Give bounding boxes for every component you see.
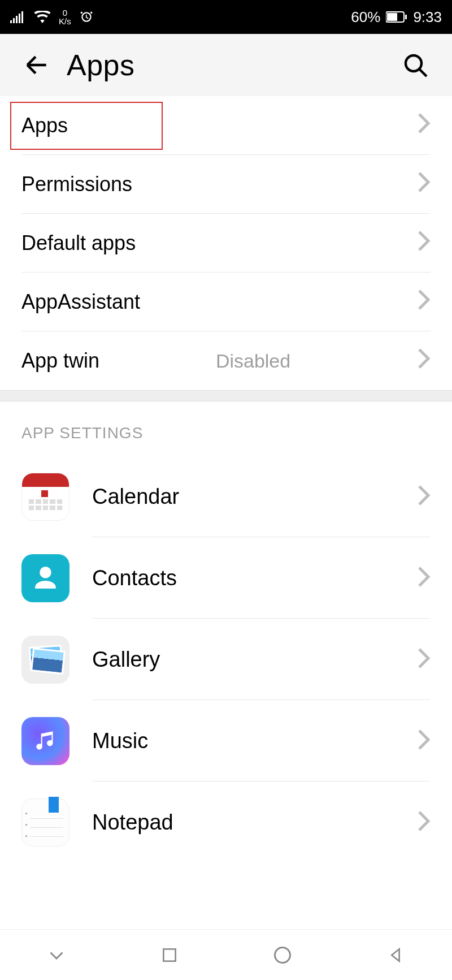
app-item-gallery[interactable]: Gallery bbox=[0, 619, 452, 700]
app-label: Notepad bbox=[92, 810, 173, 835]
group-header: APP SETTINGS bbox=[0, 402, 452, 456]
nav-home-button[interactable] bbox=[268, 941, 297, 969]
network-speed-value: 0 bbox=[63, 8, 67, 17]
content: Apps Permissions Default apps bbox=[0, 96, 452, 929]
notepad-icon bbox=[21, 798, 69, 847]
contacts-icon bbox=[21, 554, 69, 602]
chevron-right-icon bbox=[417, 288, 431, 316]
chevron-right-icon bbox=[417, 347, 431, 375]
apps-section: Calendar Contacts Gallery bbox=[0, 456, 452, 863]
calendar-icon bbox=[21, 473, 69, 521]
settings-section: Apps Permissions Default apps bbox=[0, 96, 452, 390]
svg-rect-0 bbox=[10, 20, 12, 23]
chevron-right-icon bbox=[417, 647, 431, 672]
chevron-right-icon bbox=[417, 112, 431, 140]
chevron-right-icon bbox=[417, 171, 431, 198]
app-item-music[interactable]: Music bbox=[0, 700, 452, 782]
alarm-icon bbox=[79, 10, 94, 24]
app-item-notepad[interactable]: Notepad bbox=[0, 782, 452, 863]
app-label: Gallery bbox=[92, 647, 160, 672]
menu-item-apps[interactable]: Apps bbox=[0, 96, 452, 155]
svg-rect-10 bbox=[163, 949, 175, 961]
svg-point-8 bbox=[406, 55, 421, 71]
status-right: 60% 9:33 bbox=[351, 8, 442, 26]
clock-time: 9:33 bbox=[413, 8, 442, 26]
search-button[interactable] bbox=[395, 45, 435, 85]
wifi-icon bbox=[34, 11, 51, 23]
network-speed-unit: K/s bbox=[59, 17, 71, 25]
nav-back-button[interactable] bbox=[381, 941, 410, 969]
menu-label: Permissions bbox=[21, 172, 132, 196]
navigation-bar bbox=[0, 929, 452, 980]
menu-item-permissions[interactable]: Permissions bbox=[0, 155, 452, 214]
battery-icon bbox=[386, 11, 407, 23]
music-icon bbox=[21, 717, 69, 765]
app-label: Music bbox=[92, 729, 148, 753]
svg-rect-6 bbox=[387, 13, 397, 21]
screen: 0 K/s 60% 9:33 Apps Ap bbox=[0, 0, 452, 980]
chevron-right-icon bbox=[417, 484, 431, 509]
menu-label: App twin bbox=[21, 349, 99, 373]
header: Apps bbox=[0, 34, 452, 96]
chevron-right-icon bbox=[417, 810, 431, 835]
chevron-right-icon bbox=[417, 565, 431, 590]
gallery-icon bbox=[21, 636, 69, 684]
menu-label: Apps bbox=[21, 114, 68, 137]
network-speed: 0 K/s bbox=[59, 8, 71, 25]
nav-hide-button[interactable] bbox=[42, 941, 71, 969]
app-label: Calendar bbox=[92, 485, 179, 509]
menu-value: Disabled bbox=[216, 350, 290, 372]
app-item-calendar[interactable]: Calendar bbox=[0, 456, 452, 537]
app-item-contacts[interactable]: Contacts bbox=[0, 537, 452, 619]
page-title: Apps bbox=[67, 48, 135, 82]
battery-percent: 60% bbox=[351, 8, 380, 26]
svg-point-11 bbox=[275, 947, 290, 962]
svg-line-9 bbox=[420, 70, 427, 76]
chevron-right-icon bbox=[417, 230, 431, 257]
menu-item-default-apps[interactable]: Default apps bbox=[0, 214, 452, 273]
menu-label: Default apps bbox=[21, 231, 136, 255]
svg-rect-3 bbox=[19, 14, 20, 23]
signal-icon bbox=[10, 11, 26, 23]
status-left: 0 K/s bbox=[10, 8, 94, 25]
nav-recents-button[interactable] bbox=[155, 941, 184, 969]
menu-item-app-assistant[interactable]: AppAssistant bbox=[0, 273, 452, 331]
menu-label: AppAssistant bbox=[21, 290, 140, 314]
status-bar: 0 K/s 60% 9:33 bbox=[0, 0, 452, 34]
app-label: Contacts bbox=[92, 566, 177, 590]
svg-rect-1 bbox=[13, 18, 15, 23]
svg-rect-7 bbox=[405, 15, 407, 19]
menu-item-app-twin[interactable]: App twin Disabled bbox=[0, 331, 452, 390]
section-divider bbox=[0, 390, 452, 402]
svg-rect-4 bbox=[21, 11, 23, 23]
back-button[interactable] bbox=[17, 45, 56, 85]
chevron-right-icon bbox=[417, 728, 431, 753]
svg-rect-2 bbox=[16, 16, 18, 23]
